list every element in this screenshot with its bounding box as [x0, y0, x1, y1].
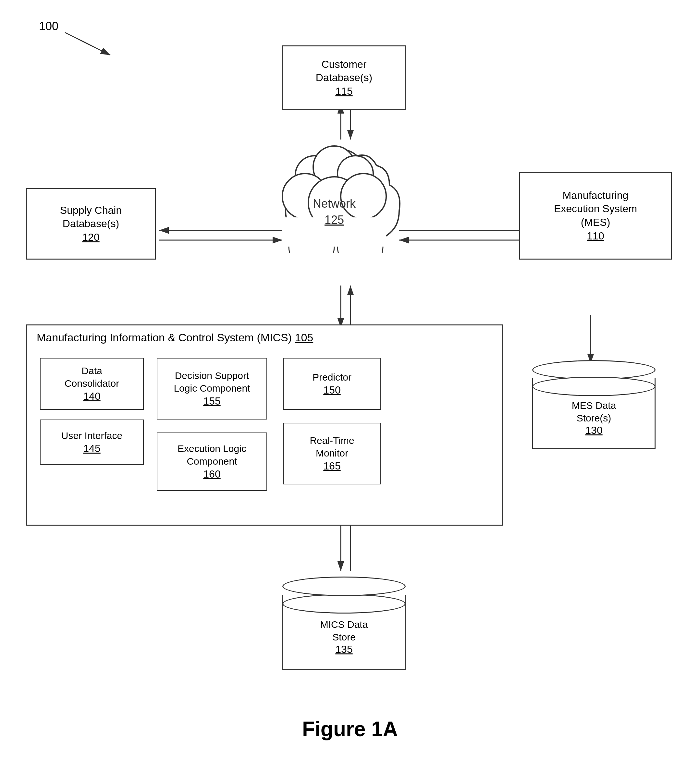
execution-logic-label: Execution LogicComponent: [177, 442, 246, 468]
user-interface-label: User Interface: [61, 429, 122, 442]
mics-title: Manufacturing Information & Control Syst…: [37, 331, 313, 344]
data-consolidator-label: DataConsolidator: [65, 364, 119, 390]
customer-database-box: CustomerDatabase(s) 115: [282, 45, 406, 110]
mics-data-store-id: 135: [320, 643, 368, 656]
execution-logic-box: Execution LogicComponent 160: [157, 433, 267, 491]
predictor-label: Predictor: [313, 371, 351, 384]
decision-support-id: 155: [203, 395, 220, 408]
diagram-label-100: 100: [39, 19, 58, 33]
mes-data-store-label: MES DataStore(s): [572, 399, 616, 424]
diagram: 100 CustomerDatabase(s) 115: [0, 0, 700, 767]
mics-data-store: MICS DataStore 135: [282, 571, 406, 675]
mics-data-store-label: MICS DataStore: [320, 618, 368, 643]
supply-chain-label: Supply ChainDatabase(s): [60, 204, 122, 231]
mes-label: ManufacturingExecution System(MES): [554, 189, 637, 229]
mes-data-store: MES DataStore(s) 130: [532, 354, 655, 454]
mes-box: ManufacturingExecution System(MES) 110: [519, 172, 672, 259]
predictor-box: Predictor 150: [283, 358, 381, 410]
mics-container: Manufacturing Information & Control Syst…: [26, 325, 503, 526]
data-consolidator-id: 140: [83, 390, 100, 403]
customer-db-id: 115: [335, 85, 352, 98]
user-interface-box: User Interface 145: [40, 420, 144, 465]
mes-id: 110: [587, 229, 604, 243]
supply-chain-id: 120: [82, 231, 99, 244]
execution-logic-id: 160: [203, 468, 220, 481]
realtime-monitor-id: 165: [323, 460, 340, 473]
user-interface-id: 145: [83, 442, 100, 455]
data-consolidator-box: DataConsolidator 140: [40, 358, 144, 410]
network-id: 125: [316, 229, 356, 241]
svg-line-13: [65, 32, 110, 55]
decision-support-label: Decision SupportLogic Component: [174, 369, 250, 395]
realtime-monitor-box: Real-TimeMonitor 165: [283, 423, 381, 484]
network-cloud: Network 125: [273, 172, 399, 285]
realtime-monitor-label: Real-TimeMonitor: [309, 434, 354, 460]
predictor-id: 150: [323, 384, 340, 397]
figure-caption: Figure 1A: [0, 717, 700, 741]
network-label: Network: [316, 216, 356, 229]
decision-support-box: Decision SupportLogic Component 155: [157, 358, 267, 420]
customer-db-label: CustomerDatabase(s): [316, 58, 372, 85]
supply-chain-db-box: Supply ChainDatabase(s) 120: [26, 188, 156, 259]
mes-data-store-id: 130: [572, 424, 616, 436]
